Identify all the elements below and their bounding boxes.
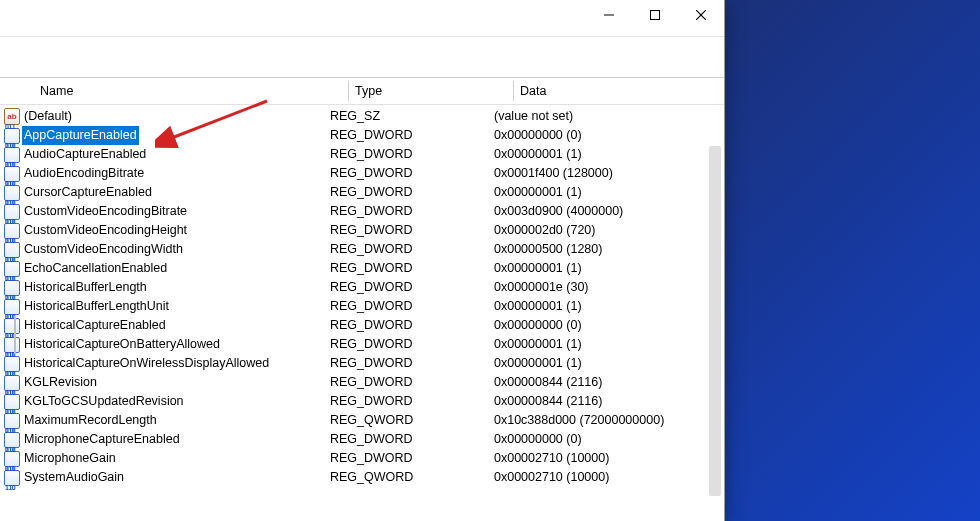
address-bar-area [0, 37, 724, 78]
values-list: Name Type Data ab(Default)REG_SZ(value n… [0, 78, 724, 521]
titlebar [0, 0, 724, 37]
value-data: 0x00000001 (1) [488, 354, 724, 373]
close-button[interactable] [678, 0, 724, 30]
value-type: REG_DWORD [324, 373, 488, 392]
value-data: 0x00000000 (0) [488, 430, 724, 449]
value-name: SystemAudioGain [22, 468, 126, 487]
column-header-row: Name Type Data [0, 78, 724, 105]
value-name: KGLRevision [22, 373, 99, 392]
value-type: REG_QWORD [324, 411, 488, 430]
value-data: 0x000002d0 (720) [488, 221, 724, 240]
value-type: REG_DWORD [324, 202, 488, 221]
value-data: 0x00000001 (1) [488, 145, 724, 164]
table-row[interactable]: 011 110MicrophoneCaptureEnabledREG_DWORD… [0, 430, 724, 449]
value-name: KGLToGCSUpdatedRevision [22, 392, 186, 411]
value-data: (value not set) [488, 107, 724, 126]
maximize-button[interactable] [632, 0, 678, 30]
value-data: 0x0000001e (30) [488, 278, 724, 297]
value-data: 0x00000000 (0) [488, 316, 724, 335]
close-icon [696, 10, 706, 20]
table-row[interactable]: 011 110EchoCancellationEnabledREG_DWORD0… [0, 259, 724, 278]
value-data: 0x00002710 (10000) [488, 449, 724, 468]
table-row[interactable]: 011 110AppCaptureEnabledREG_DWORD0x00000… [0, 126, 724, 145]
value-name: AppCaptureEnabled [22, 126, 139, 145]
table-row[interactable]: 011 110AudioCaptureEnabledREG_DWORD0x000… [0, 145, 724, 164]
value-data: 0x00002710 (10000) [488, 468, 724, 487]
value-type: REG_DWORD [324, 221, 488, 240]
value-data: 0x00000001 (1) [488, 335, 724, 354]
value-name: HistoricalCaptureOnWirelessDisplayAllowe… [22, 354, 271, 373]
value-type: REG_QWORD [324, 468, 488, 487]
value-name: EchoCancellationEnabled [22, 259, 169, 278]
vertical-scrollbar[interactable] [709, 146, 721, 496]
value-type: REG_DWORD [324, 354, 488, 373]
value-name: CustomVideoEncodingBitrate [22, 202, 189, 221]
table-row[interactable]: 011 110MaximumRecordLengthREG_QWORD0x10c… [0, 411, 724, 430]
value-type: REG_DWORD [324, 449, 488, 468]
value-type: REG_DWORD [324, 430, 488, 449]
table-row[interactable]: 011 110SystemAudioGainREG_QWORD0x0000271… [0, 468, 724, 487]
value-name: HistoricalCaptureOnBatteryAllowed [22, 335, 222, 354]
table-row[interactable]: 011 110MicrophoneGainREG_DWORD0x00002710… [0, 449, 724, 468]
value-type: REG_DWORD [324, 126, 488, 145]
value-name: MicrophoneGain [22, 449, 118, 468]
value-type: REG_DWORD [324, 240, 488, 259]
value-data: 0x00000844 (2116) [488, 392, 724, 411]
column-header-data[interactable]: Data [514, 84, 724, 98]
value-data: 0x00000001 (1) [488, 259, 724, 278]
table-row[interactable]: 011 110HistoricalCaptureEnabledREG_DWORD… [0, 316, 724, 335]
table-row[interactable]: 011 110HistoricalCaptureOnWirelessDispla… [0, 354, 724, 373]
value-type: REG_DWORD [324, 335, 488, 354]
table-row[interactable]: ab(Default)REG_SZ(value not set) [0, 107, 724, 126]
table-row[interactable]: 011 110HistoricalBufferLengthREG_DWORD0x… [0, 278, 724, 297]
list-rows: ab(Default)REG_SZ(value not set)011 110A… [0, 105, 724, 487]
value-data: 0x00000500 (1280) [488, 240, 724, 259]
value-type: REG_DWORD [324, 164, 488, 183]
value-name: HistoricalBufferLength [22, 278, 149, 297]
table-row[interactable]: 011 110HistoricalBufferLengthUnitREG_DWO… [0, 297, 724, 316]
minimize-button[interactable] [586, 0, 632, 30]
value-data: 0x0001f400 (128000) [488, 164, 724, 183]
table-row[interactable]: 011 110CustomVideoEncodingWidthREG_DWORD… [0, 240, 724, 259]
value-type: REG_DWORD [324, 183, 488, 202]
svg-rect-1 [651, 11, 660, 20]
table-row[interactable]: 011 110CustomVideoEncodingBitrateREG_DWO… [0, 202, 724, 221]
table-row[interactable]: 011 110HistoricalCaptureOnBatteryAllowed… [0, 335, 724, 354]
tree-scrollbar-fragment[interactable] [14, 316, 16, 354]
value-name: CustomVideoEncodingHeight [22, 221, 189, 240]
column-header-name[interactable]: Name [34, 84, 348, 98]
registry-editor-window: Name Type Data ab(Default)REG_SZ(value n… [0, 0, 725, 521]
value-data: 0x00000844 (2116) [488, 373, 724, 392]
value-name: MicrophoneCaptureEnabled [22, 430, 182, 449]
value-name: HistoricalBufferLengthUnit [22, 297, 171, 316]
value-type: REG_DWORD [324, 278, 488, 297]
table-row[interactable]: 011 110AudioEncodingBitrateREG_DWORD0x00… [0, 164, 724, 183]
value-data: 0x00000000 (0) [488, 126, 724, 145]
maximize-icon [650, 10, 660, 20]
value-name: MaximumRecordLength [22, 411, 159, 430]
value-data: 0x003d0900 (4000000) [488, 202, 724, 221]
value-name: CustomVideoEncodingWidth [22, 240, 185, 259]
table-row[interactable]: 011 110CursorCaptureEnabledREG_DWORD0x00… [0, 183, 724, 202]
value-data: 0x00000001 (1) [488, 297, 724, 316]
value-data: 0x10c388d000 (72000000000) [488, 411, 724, 430]
value-name: AudioEncodingBitrate [22, 164, 146, 183]
minimize-icon [604, 10, 614, 20]
value-type: REG_DWORD [324, 392, 488, 411]
value-type: REG_SZ [324, 107, 488, 126]
column-header-type[interactable]: Type [349, 84, 513, 98]
value-name: HistoricalCaptureEnabled [22, 316, 168, 335]
value-type: REG_DWORD [324, 259, 488, 278]
value-name: CursorCaptureEnabled [22, 183, 154, 202]
value-data: 0x00000001 (1) [488, 183, 724, 202]
reg-binary-icon: 011 110 [4, 470, 20, 486]
value-name: AudioCaptureEnabled [22, 145, 148, 164]
table-row[interactable]: 011 110KGLRevisionREG_DWORD0x00000844 (2… [0, 373, 724, 392]
value-type: REG_DWORD [324, 297, 488, 316]
value-type: REG_DWORD [324, 145, 488, 164]
value-type: REG_DWORD [324, 316, 488, 335]
table-row[interactable]: 011 110CustomVideoEncodingHeightREG_DWOR… [0, 221, 724, 240]
value-name: (Default) [22, 107, 74, 126]
table-row[interactable]: 011 110KGLToGCSUpdatedRevisionREG_DWORD0… [0, 392, 724, 411]
